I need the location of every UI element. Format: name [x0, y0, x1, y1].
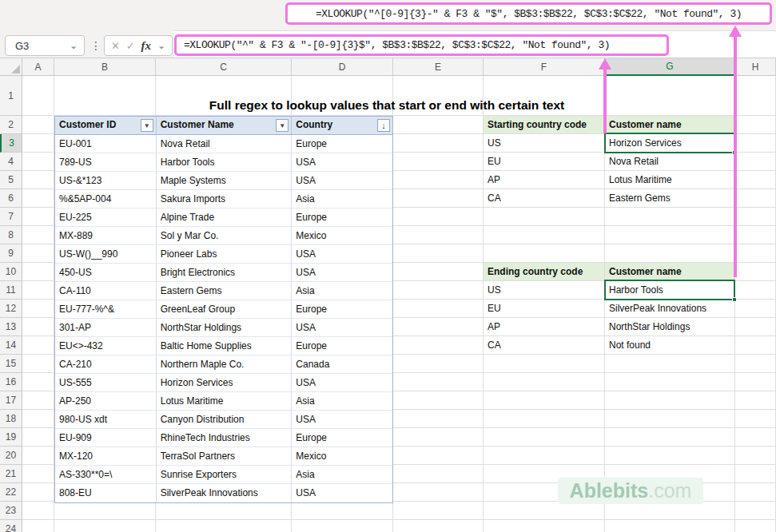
grid-cell-H24[interactable] — [735, 520, 776, 532]
table-cell[interactable]: Northern Maple Co. — [157, 355, 292, 373]
grid-cell-A1[interactable] — [22, 76, 54, 116]
table-cell[interactable]: Europe — [292, 337, 392, 355]
table-cell[interactable]: CA-210 — [55, 355, 157, 373]
grid-cell-G23[interactable] — [605, 502, 735, 520]
row-header-10[interactable]: 10 — [0, 263, 22, 281]
grid-cell-E8[interactable] — [393, 226, 484, 244]
enter-icon[interactable]: ✓ — [126, 40, 135, 52]
grid-cell-G17[interactable] — [605, 391, 735, 410]
grid-cell-H9[interactable] — [735, 244, 776, 263]
grid-cell-C24[interactable] — [156, 520, 292, 532]
grid-cell-E21[interactable] — [393, 465, 484, 483]
grid-cell-H20[interactable] — [735, 447, 776, 465]
table-cell[interactable]: Sakura Imports — [157, 190, 292, 208]
grid-cell-H5[interactable] — [735, 171, 776, 189]
sort-filter-button[interactable]: ↓ — [377, 119, 390, 132]
row-header-16[interactable]: 16 — [0, 373, 22, 391]
more-options-icon[interactable]: ⋮ — [91, 35, 101, 56]
row-header-7[interactable]: 7 — [0, 208, 22, 226]
grid-cell-A16[interactable] — [22, 373, 54, 391]
table-cell[interactable]: Asia — [292, 282, 392, 300]
row-header-19[interactable]: 19 — [0, 428, 22, 447]
table-cell[interactable]: USA — [292, 411, 392, 428]
grid-cell-B24[interactable] — [54, 520, 156, 532]
grid-cell-E22[interactable] — [393, 483, 484, 502]
table-cell[interactable]: Mexico — [292, 227, 392, 244]
row-header-4[interactable]: 4 — [0, 153, 22, 171]
grid-cell-A8[interactable] — [22, 226, 54, 244]
grid-cell-H4[interactable] — [735, 153, 776, 171]
formula-input[interactable]: =XLOOKUP("^" & F3 & "-[0-9]{3}$", $B$3:$… — [174, 34, 669, 56]
table-cell[interactable]: Eastern Gems — [157, 282, 292, 300]
column-header-G[interactable]: G — [605, 58, 735, 76]
insert-function-icon[interactable]: fx — [141, 39, 152, 53]
grid-cell-A14[interactable] — [22, 336, 54, 355]
table-cell[interactable]: RhineTech Industries — [157, 429, 292, 447]
table-cell[interactable]: Harbor Tools — [157, 153, 292, 171]
grid-cell-F9[interactable] — [484, 244, 605, 263]
name-box[interactable]: G3 ⌄ — [5, 35, 85, 56]
row-header-23[interactable]: 23 — [0, 502, 22, 520]
row-header-3[interactable]: 3 — [0, 134, 22, 153]
table-cell[interactable]: USA — [292, 153, 392, 171]
table-cell[interactable]: Horizon Services — [157, 374, 292, 391]
table-cell[interactable]: EU<>-432 — [55, 337, 157, 355]
table-cell[interactable]: EU-001 — [55, 135, 157, 153]
table-cell[interactable]: US-W()__990 — [55, 245, 157, 263]
grid-cell-E18[interactable] — [393, 410, 484, 428]
table-cell[interactable]: CA-110 — [55, 282, 157, 300]
table-cell[interactable]: Baltic Home Supplies — [157, 337, 292, 355]
row-header-13[interactable]: 13 — [0, 318, 22, 336]
row-header-9[interactable]: 9 — [0, 244, 22, 263]
grid-cell-G20[interactable] — [605, 447, 735, 465]
table-cell[interactable]: Nova Retail — [157, 135, 292, 153]
grid-cell-F19[interactable] — [484, 428, 605, 447]
row-header-21[interactable]: 21 — [0, 465, 22, 483]
grid-cell-G24[interactable] — [605, 520, 735, 532]
grid-cell-F23[interactable] — [484, 502, 605, 520]
grid-cell-H1[interactable] — [735, 76, 776, 116]
table-cell[interactable]: US-555 — [55, 374, 157, 391]
table-cell[interactable]: Alpine Trade — [157, 208, 292, 226]
cancel-icon[interactable]: ✕ — [111, 40, 120, 52]
grid-cell-A18[interactable] — [22, 410, 54, 428]
grid-cell-A11[interactable] — [22, 281, 54, 300]
grid-cell-H2[interactable] — [735, 116, 776, 134]
grid-cell-E23[interactable] — [393, 502, 484, 520]
grid-cell-E19[interactable] — [393, 428, 484, 447]
grid-cell-D24[interactable] — [292, 520, 393, 532]
table-cell[interactable]: Europe — [292, 208, 392, 226]
grid-cell-G7[interactable] — [605, 208, 735, 226]
table-cell[interactable]: Asia — [292, 392, 392, 410]
table-cell[interactable]: USA — [292, 319, 392, 336]
table-cell[interactable]: USA — [292, 374, 392, 391]
grid-cell-A24[interactable] — [22, 520, 54, 532]
grid-cell-H6[interactable] — [735, 189, 776, 208]
grid-cell-E6[interactable] — [393, 189, 484, 208]
select-all-button[interactable] — [0, 58, 22, 76]
table-cell[interactable]: USA — [292, 245, 392, 263]
table-cell[interactable]: 789-US — [55, 153, 157, 171]
grid-cell-H19[interactable] — [735, 428, 776, 447]
grid-cell-E3[interactable] — [393, 134, 484, 153]
column-header-B[interactable]: B — [54, 58, 156, 76]
grid-cell-E12[interactable] — [393, 300, 484, 318]
grid-cell-H16[interactable] — [735, 373, 776, 391]
table-cell[interactable]: US-&*123 — [55, 172, 157, 189]
table-cell[interactable]: Sunrise Exporters — [157, 466, 292, 483]
grid-cell-A5[interactable] — [22, 171, 54, 189]
grid-cell-F15[interactable] — [484, 355, 605, 373]
table-cell[interactable]: GreenLeaf Group — [157, 300, 292, 318]
table-cell[interactable]: EU-777-%^& — [55, 300, 157, 318]
grid-cell-E11[interactable] — [393, 281, 484, 300]
column-header-C[interactable]: C — [156, 58, 292, 76]
grid-cell-H12[interactable] — [735, 300, 776, 318]
grid-cell-A10[interactable] — [22, 263, 54, 281]
table-cell[interactable]: Asia — [292, 190, 392, 208]
grid-cell-A9[interactable] — [22, 244, 54, 263]
grid-cell-G16[interactable] — [605, 373, 735, 391]
table-cell[interactable]: MX-889 — [55, 227, 157, 244]
table-cell[interactable]: USA — [292, 264, 392, 281]
grid-cell-H15[interactable] — [735, 355, 776, 373]
grid-cell-F18[interactable] — [484, 410, 605, 428]
